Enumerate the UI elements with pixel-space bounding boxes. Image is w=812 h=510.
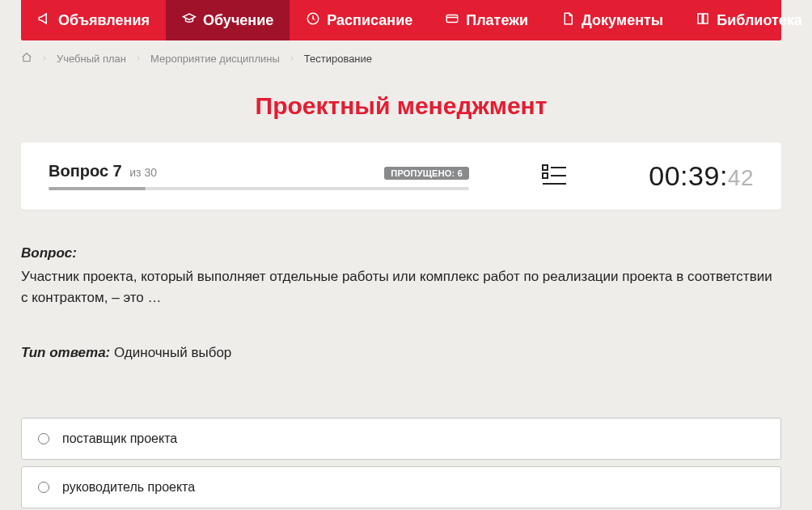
question-block: Вопрос: Участник проекта, который выполн… <box>21 245 781 309</box>
question-heading: Вопрос: <box>21 245 781 261</box>
svg-rect-4 <box>543 173 548 178</box>
breadcrumb-link-plan[interactable]: Учебный план <box>57 53 126 65</box>
status-card: Вопрос 7 из 30 ПРОПУЩЕНО: 6 <box>21 142 781 210</box>
breadcrumb-link-event[interactable]: Мероприятие дисциплины <box>150 53 280 65</box>
chevron-right-icon <box>288 53 296 65</box>
clock-icon <box>306 11 320 30</box>
question-total: из 30 <box>129 166 157 179</box>
nav-education[interactable]: Обучение <box>166 0 290 40</box>
nav-announcements[interactable]: Объявления <box>21 0 166 40</box>
nav-label: Платежи <box>466 12 528 29</box>
nav-label: Библиотека <box>717 12 802 29</box>
nav-payments[interactable]: Платежи <box>429 0 544 40</box>
option-radio[interactable] <box>38 433 49 444</box>
option-label: поставщик проекта <box>62 431 177 446</box>
svg-rect-2 <box>543 165 548 170</box>
nav-label: Документы <box>582 12 663 29</box>
answer-type: Тип ответа: Одиночный выбор <box>21 345 781 361</box>
card-icon <box>445 11 459 30</box>
option-radio[interactable] <box>38 482 49 493</box>
doc-icon <box>560 11 575 30</box>
options-list: поставщик проекта руководитель проекта <box>21 418 781 510</box>
svg-rect-1 <box>446 15 458 22</box>
nav-label: Обучение <box>203 12 273 29</box>
nav-label: Расписание <box>327 12 412 29</box>
chevron-right-icon <box>134 53 142 65</box>
question-label: Вопрос 7 <box>49 162 126 180</box>
nav-library[interactable]: Библиотека <box>679 0 812 40</box>
chevron-right-icon <box>40 53 49 65</box>
nav-documents[interactable]: Документы <box>544 0 679 40</box>
option-label: руководитель проекта <box>62 480 195 495</box>
question-text: Участник проекта, который выполняет отде… <box>21 266 781 309</box>
nav-label: Объявления <box>58 12 150 29</box>
top-nav: Объявления Обучение Расписание Платежи Д… <box>21 0 781 40</box>
book-icon <box>696 11 710 30</box>
page-title: Проектный менеджмент <box>21 92 781 120</box>
breadcrumb-current: Тестирование <box>304 53 372 65</box>
breadcrumb: Учебный план Мероприятие дисциплины Тест… <box>21 40 781 76</box>
nav-schedule[interactable]: Расписание <box>290 0 429 40</box>
home-icon[interactable] <box>21 52 32 66</box>
mortarboard-icon <box>182 11 197 30</box>
timer: 00:39:42 <box>649 160 754 192</box>
option-item[interactable]: поставщик проекта <box>21 418 781 460</box>
megaphone-icon <box>37 11 52 30</box>
skipped-badge: ПРОПУЩЕНО: 6 <box>384 167 469 180</box>
question-progress: Вопрос 7 из 30 ПРОПУЩЕНО: 6 <box>49 162 469 190</box>
progress-bar <box>49 187 469 190</box>
option-item[interactable]: руководитель проекта <box>21 466 781 508</box>
question-list-button[interactable] <box>542 164 566 189</box>
